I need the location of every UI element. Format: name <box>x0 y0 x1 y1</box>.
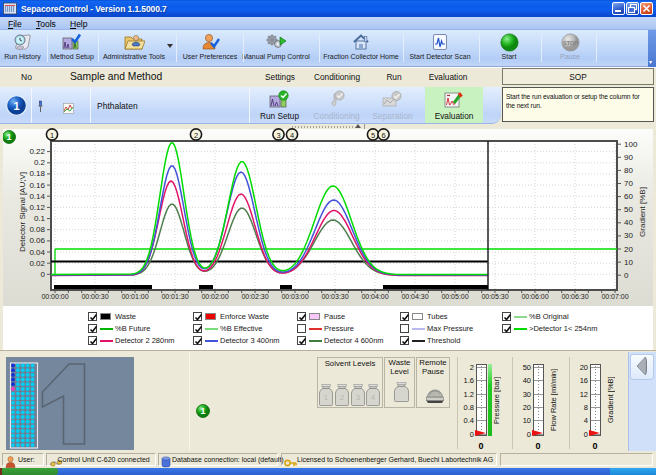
svg-text:50: 50 <box>624 205 633 214</box>
svg-text:0.12: 0.12 <box>29 203 45 212</box>
svg-text:0.22: 0.22 <box>29 147 45 156</box>
svg-text:60: 60 <box>624 192 633 201</box>
svg-text:00:07:00: 00:07:00 <box>601 293 628 300</box>
svg-text:00:04:30: 00:04:30 <box>401 293 428 300</box>
svg-text:4: 4 <box>290 131 294 140</box>
svg-text:00:05:30: 00:05:30 <box>481 293 508 300</box>
svg-text:6: 6 <box>381 131 385 140</box>
svg-text:00:00:30: 00:00:30 <box>81 293 108 300</box>
svg-text:0.14: 0.14 <box>29 192 45 201</box>
svg-text:0.18: 0.18 <box>29 169 45 178</box>
svg-text:2: 2 <box>340 393 345 402</box>
svg-text:Detector Signal [AU;V]: Detector Signal [AU;V] <box>18 172 27 252</box>
svg-text:0.16: 0.16 <box>29 181 45 190</box>
svg-text:00:01:30: 00:01:30 <box>161 293 188 300</box>
svg-text:2: 2 <box>194 131 198 140</box>
svg-text:1: 1 <box>200 406 205 416</box>
svg-text:80: 80 <box>624 166 633 175</box>
svg-text:00:06:30: 00:06:30 <box>561 293 588 300</box>
svg-text:40: 40 <box>624 218 633 227</box>
svg-text:00:02:30: 00:02:30 <box>241 293 268 300</box>
svg-text:5: 5 <box>371 131 375 140</box>
svg-text:100: 100 <box>624 140 638 149</box>
svg-text:0.04: 0.04 <box>29 248 45 257</box>
svg-text:90: 90 <box>624 153 633 162</box>
svg-text:00:06:00: 00:06:00 <box>521 293 548 300</box>
svg-text:0: 0 <box>624 271 629 280</box>
svg-text:20: 20 <box>624 245 633 254</box>
svg-text:70: 70 <box>624 179 633 188</box>
svg-text:00:03:00: 00:03:00 <box>281 293 308 300</box>
svg-text:00:05:00: 00:05:00 <box>441 293 468 300</box>
svg-text:Gradient [%B]: Gradient [%B] <box>638 187 647 237</box>
svg-text:3: 3 <box>355 393 360 402</box>
svg-text:0.02: 0.02 <box>29 259 45 268</box>
svg-text:00:04:00: 00:04:00 <box>361 293 388 300</box>
svg-text:0: 0 <box>41 270 46 279</box>
svg-text:00:02:00: 00:02:00 <box>201 293 228 300</box>
svg-text:0.2: 0.2 <box>34 158 46 167</box>
svg-text:0.08: 0.08 <box>29 225 45 234</box>
svg-text:00:00:00: 00:00:00 <box>41 293 68 300</box>
svg-text:00:03:30: 00:03:30 <box>321 293 348 300</box>
svg-text:0.06: 0.06 <box>29 236 45 245</box>
svg-text:1: 1 <box>50 131 54 140</box>
svg-text:0.1: 0.1 <box>34 214 46 223</box>
svg-text:1: 1 <box>6 132 11 142</box>
svg-text:30: 30 <box>624 231 633 240</box>
svg-text:4: 4 <box>371 393 376 402</box>
svg-text:10: 10 <box>624 258 633 267</box>
svg-text:1: 1 <box>324 393 329 402</box>
svg-text:00:01:00: 00:01:00 <box>121 293 148 300</box>
svg-text:3: 3 <box>276 131 280 140</box>
